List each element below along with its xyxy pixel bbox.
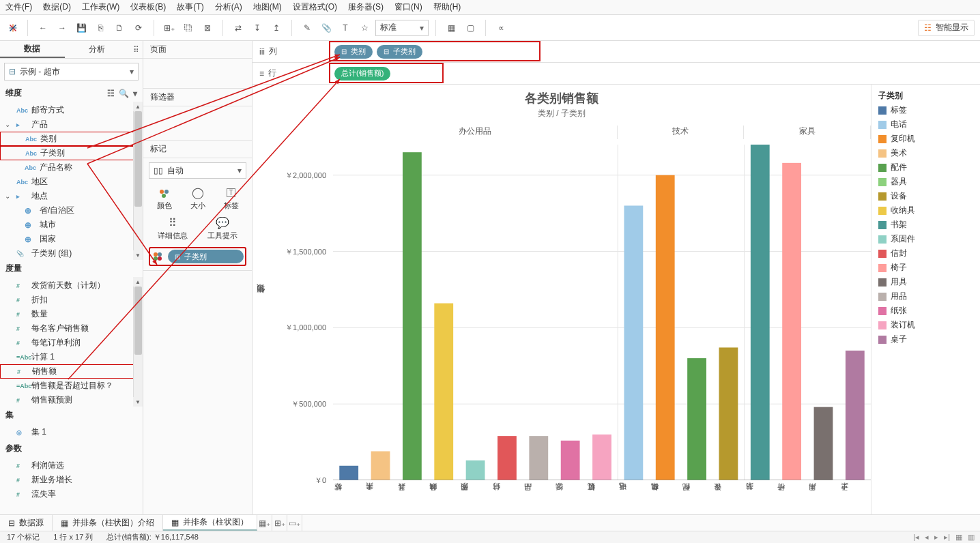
bar[interactable] [719, 347, 738, 480]
meas-scrollbar[interactable]: ▲▼ [133, 277, 143, 407]
bar[interactable] [434, 304, 453, 480]
menu-item[interactable]: 数据(D) [43, 1, 71, 13]
field-地点[interactable]: ⌄▸地点 [0, 189, 143, 203]
fit-select[interactable]: 标准 [375, 20, 429, 36]
highlight-button[interactable]: ✎ [299, 20, 315, 36]
bar[interactable] [498, 436, 517, 480]
legend-item[interactable]: 设备 [876, 189, 976, 203]
mark-工具提示[interactable]: 💬工具提示 [199, 213, 247, 243]
bar[interactable] [751, 145, 770, 480]
data-tab[interactable]: 数据 [0, 41, 65, 58]
tab-menu-icon[interactable]: ⠿ [129, 41, 143, 58]
legend-item[interactable]: 装订机 [876, 318, 976, 332]
bar[interactable] [339, 466, 358, 480]
duplicate-button[interactable]: ⿻ [180, 20, 197, 36]
grid-icon[interactable]: ▦ [955, 533, 962, 542]
chart-canvas[interactable]: 各类别销售额 类别 / 子类别 销售额 办公用品技术家具标签美术器具收纳具系固件… [253, 85, 871, 514]
first-icon[interactable]: |◂ [913, 533, 919, 542]
swap-button[interactable]: ⇄ [230, 20, 246, 36]
legend-item[interactable]: 椅子 [876, 261, 976, 275]
menu-item[interactable]: 工作表(W) [82, 1, 119, 13]
legend-item[interactable]: 器具 [876, 175, 976, 189]
field-销售额预测[interactable]: #销售额预测 [0, 393, 143, 407]
bar[interactable] [561, 441, 580, 480]
row-pill[interactable]: 总计(销售额) [334, 67, 390, 80]
bar[interactable] [592, 435, 611, 480]
field-城市[interactable]: ⊕城市 [0, 218, 143, 232]
filters-card[interactable]: 筛选器 [143, 89, 252, 106]
share-button[interactable]: ∝ [493, 20, 509, 36]
menu-item[interactable]: 故事(T) [177, 1, 203, 13]
sheet-tab[interactable]: ⊟数据源 [0, 515, 53, 531]
field-省/自治区[interactable]: ⊕省/自治区 [0, 203, 143, 218]
bar[interactable] [687, 358, 706, 480]
legend-item[interactable]: 复印机 [876, 132, 976, 146]
field-折扣[interactable]: #折扣 [0, 293, 143, 307]
forward-button[interactable]: → [54, 20, 70, 36]
field-每名客户销售额[interactable]: #每名客户销售额 [0, 321, 143, 336]
sort-desc-button[interactable]: ↥ [268, 20, 285, 36]
prev-icon[interactable]: ◂ [925, 533, 929, 542]
menu-item[interactable]: 服务器(S) [348, 1, 384, 13]
list-icon[interactable]: ▥ [968, 533, 975, 542]
legend-item[interactable]: 信封 [876, 246, 976, 261]
bar[interactable] [656, 175, 675, 480]
legend-item[interactable]: 配件 [876, 160, 976, 175]
sheet-tab[interactable]: ▦并排条（柱状图） [163, 515, 257, 531]
field-流失率[interactable]: #流失率 [0, 487, 143, 501]
legend-item[interactable]: 用具 [876, 275, 976, 289]
menu-icon[interactable]: ▾ [133, 89, 137, 98]
mark-详细信息[interactable]: ⠿详细信息 [149, 213, 197, 243]
legend-item[interactable]: 桌子 [876, 332, 976, 347]
columns-shelf[interactable]: iii列 ⊟类别⊟子类别 [253, 41, 980, 63]
sort-asc-button[interactable]: ↧ [249, 20, 265, 36]
mark-type-select[interactable]: ▯▯ 自动 [149, 162, 246, 179]
last-icon[interactable]: ▸| [944, 533, 950, 542]
menu-item[interactable]: 仪表板(B) [130, 1, 166, 13]
menu-item[interactable]: 文件(F) [5, 1, 32, 13]
field-发货前天数（计划）[interactable]: #发货前天数（计划） [0, 278, 143, 293]
field-国家[interactable]: ⊕国家 [0, 232, 143, 246]
attach-button[interactable]: 📎 [318, 20, 334, 36]
legend-item[interactable]: 收纳具 [876, 203, 976, 218]
menu-item[interactable]: 分析(A) [215, 1, 242, 13]
save-button[interactable]: 💾 [73, 20, 89, 36]
legend-item[interactable]: 纸张 [876, 304, 976, 318]
rows-shelf[interactable]: ≡行 总计(销售额) [253, 63, 980, 85]
analytics-tab[interactable]: 分析 [65, 41, 130, 58]
field-子类别[interactable]: Abc子类别 [0, 146, 143, 160]
show-me-button[interactable]: ☷ 智能显示 [918, 20, 975, 36]
bar[interactable] [624, 205, 643, 480]
dims-scrollbar[interactable]: ▲▼ [133, 102, 143, 260]
legend-item[interactable]: 标签 [876, 103, 976, 117]
sheet-tab[interactable]: ▦并排条（柱状图）介绍 [53, 515, 163, 531]
bar[interactable] [846, 351, 865, 480]
field-产品名称[interactable]: Abc产品名称 [0, 160, 143, 175]
datasource-select[interactable]: ⊟ 示例 - 超市 [4, 63, 139, 80]
bar[interactable] [371, 452, 390, 480]
new-data-button[interactable]: ⎘ [92, 20, 109, 36]
bar[interactable] [814, 407, 833, 480]
new-dashboard-icon[interactable]: ⊞₊ [272, 515, 287, 531]
menu-item[interactable]: 帮助(H) [433, 1, 461, 13]
field-利润筛选[interactable]: #利润筛选 [0, 458, 143, 473]
add-chart-button[interactable]: ⊞₊ [161, 20, 177, 36]
next-icon[interactable]: ▸ [934, 533, 938, 542]
new-worksheet-button[interactable]: 🗋 [111, 20, 128, 36]
legend-item[interactable]: 用品 [876, 289, 976, 304]
refresh-button[interactable]: ⟳ [130, 20, 147, 36]
field-数量[interactable]: #数量 [0, 307, 143, 321]
back-button[interactable]: ← [35, 20, 51, 36]
field-计算 1[interactable]: =Abc计算 1 [0, 350, 143, 364]
color-pill[interactable]: ⊞子类别 [168, 250, 244, 263]
field-子类别 (组)[interactable]: 📎子类别 (组) [0, 246, 143, 260]
field-销售额[interactable]: #销售额 [0, 364, 143, 379]
field-每笔订单利润[interactable]: #每笔订单利润 [0, 336, 143, 350]
legend-item[interactable]: 系固件 [876, 232, 976, 246]
pages-card[interactable]: 页面 [143, 41, 252, 59]
bar[interactable] [529, 436, 548, 480]
legend-item[interactable]: 美术 [876, 146, 976, 160]
field-集 1[interactable]: ◎集 1 [0, 425, 143, 439]
field-销售额是否超过目标？[interactable]: =Abc销售额是否超过目标？ [0, 379, 143, 393]
field-产品[interactable]: ⌄▸产品 [0, 117, 143, 132]
